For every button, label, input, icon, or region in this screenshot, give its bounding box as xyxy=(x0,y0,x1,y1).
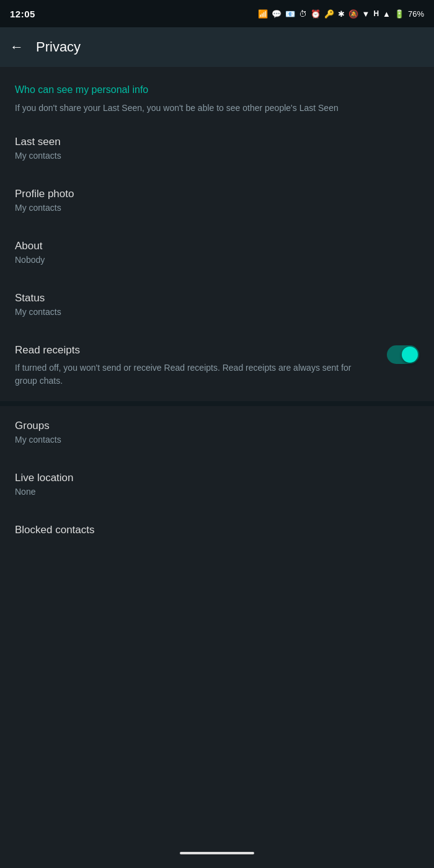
profile-photo-label: Profile photo xyxy=(15,188,419,200)
personal-info-section-header: Who can see my personal info If you don'… xyxy=(0,67,434,122)
blocked-contacts-label: Blocked contacts xyxy=(15,524,419,536)
live-location-setting[interactable]: Live location None xyxy=(0,458,434,510)
signal-strength-icon: ▲ xyxy=(383,9,391,19)
read-receipts-label: Read receipts xyxy=(15,344,374,356)
personal-info-description: If you don't share your Last Seen, you w… xyxy=(15,102,419,115)
about-setting[interactable]: About Nobody xyxy=(0,226,434,278)
read-receipts-description: If turned off, you won't send or receive… xyxy=(15,361,374,388)
read-receipts-text: Read receipts If turned off, you won't s… xyxy=(15,344,387,388)
status-icons: 📶 💬 📧 ⏱ ⏰ 🔑 ✱ 🔕 ▼ H ▲ 🔋 76% xyxy=(258,9,424,19)
last-seen-setting[interactable]: Last seen My contacts xyxy=(0,122,434,174)
groups-text: Groups My contacts xyxy=(15,420,419,445)
live-location-text: Live location None xyxy=(15,472,419,497)
network-h-icon: H xyxy=(373,9,379,18)
groups-label: Groups xyxy=(15,420,419,432)
live-location-value: None xyxy=(15,487,419,497)
voicemail-icon: 📧 xyxy=(285,9,295,19)
about-text: About Nobody xyxy=(15,240,419,265)
messages-icon: 💬 xyxy=(272,9,281,19)
status-time: 12:05 xyxy=(10,9,35,19)
battery-icon: 🔋 xyxy=(394,9,404,19)
bluetooth-icon: ✱ xyxy=(338,9,345,19)
main-content: Who can see my personal info If you don'… xyxy=(0,67,434,552)
blocked-contacts-setting[interactable]: Blocked contacts xyxy=(0,510,434,552)
signal-bars-icon: 📶 xyxy=(258,9,268,19)
nav-indicator xyxy=(180,852,254,854)
about-label: About xyxy=(15,240,419,252)
wifi-icon: ▼ xyxy=(362,9,370,19)
profile-photo-value: My contacts xyxy=(15,203,419,213)
status-value: My contacts xyxy=(15,307,419,317)
status-label: Status xyxy=(15,292,419,304)
last-seen-value: My contacts xyxy=(15,151,419,161)
toggle-thumb xyxy=(402,347,418,363)
mute-icon: 🔕 xyxy=(348,9,358,19)
status-bar: 12:05 📶 💬 📧 ⏱ ⏰ 🔑 ✱ 🔕 ▼ H ▲ 🔋 76% xyxy=(0,0,434,27)
status-setting[interactable]: Status My contacts xyxy=(0,278,434,330)
last-seen-label: Last seen xyxy=(15,136,419,148)
read-receipts-toggle[interactable] xyxy=(387,345,419,364)
back-button[interactable]: ← xyxy=(10,39,24,55)
live-location-label: Live location xyxy=(15,472,419,484)
status-text: Status My contacts xyxy=(15,292,419,317)
groups-setting[interactable]: Groups My contacts xyxy=(0,406,434,458)
groups-value: My contacts xyxy=(15,435,419,445)
profile-photo-setting[interactable]: Profile photo My contacts xyxy=(0,174,434,226)
profile-photo-text: Profile photo My contacts xyxy=(15,188,419,213)
nav-bar xyxy=(0,838,434,868)
app-bar: ← Privacy xyxy=(0,27,434,67)
blocked-contacts-text: Blocked contacts xyxy=(15,524,419,539)
last-seen-text: Last seen My contacts xyxy=(15,136,419,161)
page-title: Privacy xyxy=(36,39,81,55)
key-icon: 🔑 xyxy=(324,9,334,19)
battery-percent: 76% xyxy=(408,9,424,19)
about-value: Nobody xyxy=(15,255,419,265)
personal-info-title: Who can see my personal info xyxy=(15,84,419,95)
read-receipts-setting[interactable]: Read receipts If turned off, you won't s… xyxy=(0,330,434,401)
timer-icon: ⏱ xyxy=(299,9,307,19)
alarm-icon: ⏰ xyxy=(311,9,321,19)
section-divider xyxy=(0,401,434,406)
